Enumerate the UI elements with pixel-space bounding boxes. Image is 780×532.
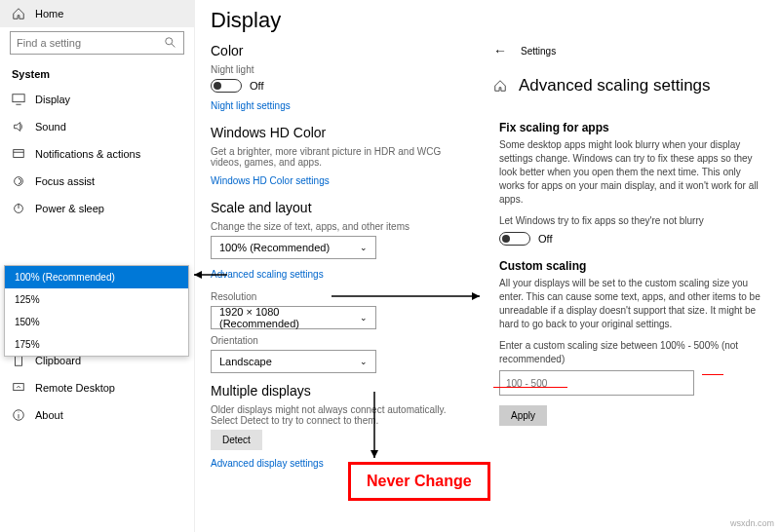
power-icon: [12, 202, 25, 215]
advanced-display-link[interactable]: Advanced display settings: [211, 458, 324, 469]
sidebar-item-sound[interactable]: Sound: [0, 113, 194, 140]
never-change-annotation: Never Change: [348, 462, 490, 501]
notifications-icon: [12, 147, 25, 161]
resolution-value: 1920 × 1080 (Recommended): [219, 306, 360, 329]
toggle-state: Off: [250, 80, 263, 92]
custom-scaling-input[interactable]: [499, 370, 694, 396]
sidebar-item-label: Power & sleep: [35, 203, 104, 214]
sidebar-item-label: Focus assist: [35, 175, 95, 187]
resolution-select[interactable]: 1920 × 1080 (Recommended) ⌄: [211, 306, 376, 329]
settings-label: Settings: [521, 46, 556, 57]
fix-toggle-label: Let Windows try to fix apps so they're n…: [499, 214, 768, 228]
red-underline: [702, 374, 723, 375]
toggle-state: Off: [538, 233, 552, 245]
dropdown-option[interactable]: 125%: [5, 288, 188, 311]
dropdown-option[interactable]: 175%: [5, 333, 188, 356]
fix-scaling-desc: Some desktop apps might look blurry when…: [499, 138, 768, 207]
sidebar-item-label: About: [35, 409, 63, 421]
toggle-switch[interactable]: [211, 79, 242, 93]
sidebar-item-power[interactable]: Power & sleep: [0, 195, 194, 222]
custom-scaling-desc: All your displays will be set to the cus…: [499, 277, 768, 331]
dropdown-option[interactable]: 100% (Recommended): [5, 266, 188, 288]
orientation-value: Landscape: [219, 356, 272, 367]
orientation-select[interactable]: Landscape ⌄: [211, 350, 376, 373]
page-title: Display: [211, 8, 472, 33]
back-icon[interactable]: ←: [493, 43, 507, 58]
arrow-annotation: [190, 265, 229, 285]
arrow-annotation: [367, 390, 382, 464]
svg-point-0: [166, 38, 173, 45]
detect-button[interactable]: Detect: [211, 430, 262, 450]
svg-rect-2: [13, 95, 24, 102]
home-icon[interactable]: [493, 79, 507, 93]
sidebar-item-display[interactable]: Display: [0, 86, 194, 113]
section-hdcolor: Windows HD Color: [211, 125, 472, 140]
apply-button[interactable]: Apply: [499, 405, 547, 426]
svg-rect-4: [14, 150, 24, 158]
home-nav[interactable]: Home: [0, 0, 194, 27]
display-icon: [12, 93, 25, 106]
orientation-label: Orientation: [211, 335, 472, 346]
svg-marker-21: [194, 271, 202, 279]
sidebar-item-focus[interactable]: Focus assist: [0, 168, 194, 195]
dropdown-option[interactable]: 150%: [5, 311, 188, 333]
remote-icon: [12, 381, 25, 395]
hdcolor-link[interactable]: Windows HD Color settings: [211, 175, 330, 186]
never-change-text: Never Change: [367, 473, 472, 489]
fix-scaling-header: Fix scaling for apps: [499, 121, 768, 134]
advanced-title: Advanced scaling settings: [519, 76, 711, 95]
chevron-down-icon: ⌄: [360, 243, 368, 252]
custom-scaling-header: Custom scaling: [499, 259, 768, 273]
nightlight-toggle[interactable]: Off: [211, 79, 472, 93]
category-title: System: [0, 58, 194, 86]
sidebar-item-label: Sound: [35, 121, 66, 133]
svg-marker-25: [370, 450, 378, 458]
red-underline: [493, 387, 567, 388]
arrow-annotation: [330, 288, 486, 304]
section-color: Color: [211, 43, 472, 58]
search-input[interactable]: [10, 31, 184, 55]
svg-marker-23: [472, 292, 480, 300]
sidebar-item-remote[interactable]: Remote Desktop: [0, 374, 194, 401]
watermark: wsxdn.com: [730, 518, 774, 528]
search-field[interactable]: [17, 37, 164, 49]
sidebar-item-notifications[interactable]: Notifications & actions: [0, 140, 194, 168]
scale-label: Change the size of text, apps, and other…: [211, 221, 472, 232]
scale-select[interactable]: 100% (Recommended) ⌄: [211, 236, 376, 259]
nightlight-label: Night light: [211, 64, 472, 75]
scale-value: 100% (Recommended): [219, 242, 330, 253]
home-label: Home: [35, 8, 63, 19]
chevron-down-icon: ⌄: [360, 313, 368, 323]
focus-icon: [12, 174, 25, 188]
svg-line-1: [172, 44, 176, 48]
chevron-down-icon: ⌄: [360, 357, 368, 366]
multiple-desc: Older displays might not always connect …: [211, 404, 472, 426]
fix-apps-toggle[interactable]: Off: [499, 232, 768, 246]
sound-icon: [12, 120, 25, 133]
sidebar-item-about[interactable]: About: [0, 401, 194, 429]
toggle-switch[interactable]: [499, 232, 530, 246]
scale-dropdown[interactable]: 100% (Recommended) 125% 150% 175%: [4, 265, 189, 357]
svg-rect-14: [16, 356, 22, 366]
sidebar-item-label: Display: [35, 94, 70, 105]
svg-rect-16: [14, 384, 24, 391]
svg-point-19: [19, 412, 20, 413]
sidebar-item-label: Notifications & actions: [35, 148, 140, 160]
hdcolor-desc: Get a brighter, more vibrant picture in …: [211, 146, 472, 168]
about-icon: [12, 408, 25, 422]
search-icon: [164, 36, 177, 50]
section-scale: Scale and layout: [211, 200, 472, 215]
sidebar-item-label: Remote Desktop: [35, 382, 115, 394]
home-icon: [12, 7, 25, 20]
custom-input-label: Enter a custom scaling size between 100%…: [499, 339, 768, 366]
nightlight-settings-link[interactable]: Night light settings: [211, 100, 291, 111]
section-multiple: Multiple displays: [211, 383, 472, 399]
